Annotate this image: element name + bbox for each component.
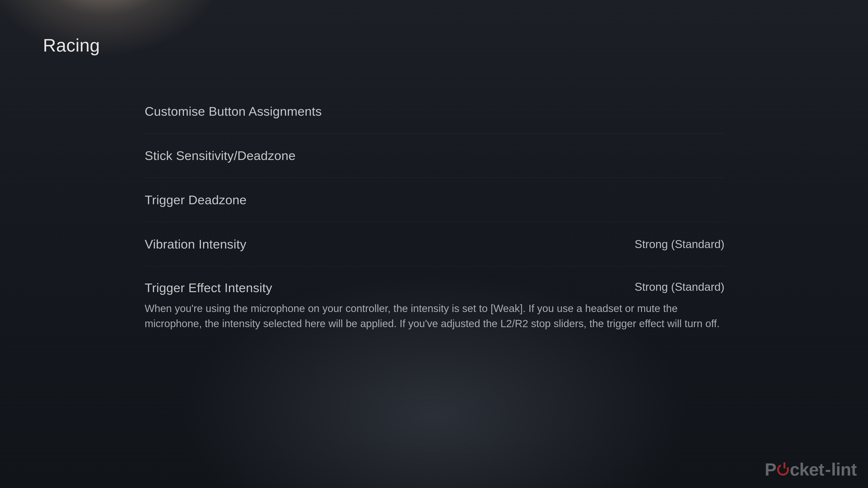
setting-stick-sensitivity-deadzone[interactable]: Stick Sensitivity/Deadzone bbox=[145, 133, 724, 178]
power-icon bbox=[776, 462, 790, 477]
setting-label: Vibration Intensity bbox=[145, 237, 246, 252]
page-title: Racing bbox=[43, 35, 100, 56]
setting-label: Customise Button Assignments bbox=[145, 104, 322, 119]
setting-trigger-effect-intensity[interactable]: Trigger Effect Intensity Strong (Standar… bbox=[145, 266, 724, 331]
setting-trigger-deadzone[interactable]: Trigger Deadzone bbox=[145, 178, 724, 222]
setting-customise-button-assignments[interactable]: Customise Button Assignments bbox=[145, 89, 724, 133]
watermark-text-part: P bbox=[765, 459, 776, 480]
watermark-text-part: lint bbox=[831, 459, 857, 480]
setting-label: Stick Sensitivity/Deadzone bbox=[145, 148, 296, 163]
setting-label: Trigger Effect Intensity bbox=[145, 281, 272, 295]
watermark-pocket-lint: P cket - lint bbox=[765, 459, 857, 480]
watermark-text-part: cket bbox=[790, 459, 824, 480]
setting-value: Strong (Standard) bbox=[635, 281, 724, 293]
setting-label: Trigger Deadzone bbox=[145, 193, 247, 207]
setting-description: When you're using the microphone on your… bbox=[145, 301, 724, 331]
settings-list: Customise Button Assignments Stick Sensi… bbox=[145, 89, 724, 331]
setting-value: Strong (Standard) bbox=[635, 238, 724, 251]
watermark-hyphen: - bbox=[825, 459, 831, 480]
setting-vibration-intensity[interactable]: Vibration Intensity Strong (Standard) bbox=[145, 222, 724, 266]
